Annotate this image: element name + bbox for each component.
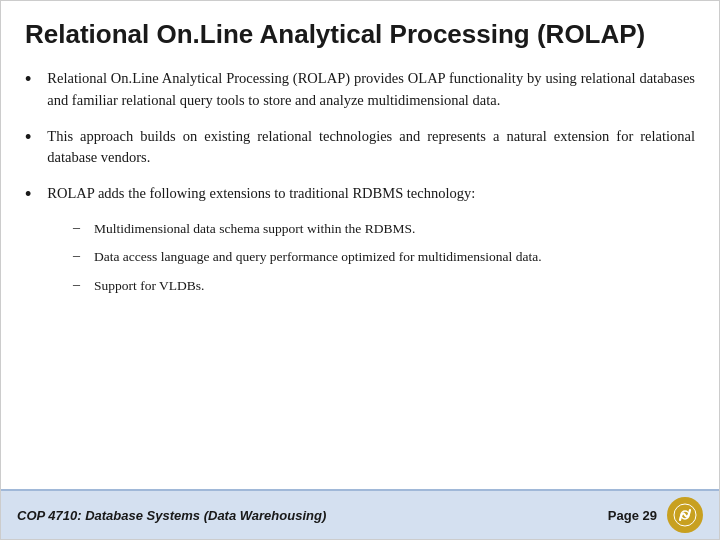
bullet-dot-1: • xyxy=(25,69,31,90)
sub-bullet-text-2: Data access language and query performan… xyxy=(94,247,542,267)
sub-bullet-item-3: – Support for VLDBs. xyxy=(73,276,695,296)
sub-bullet-item-2: – Data access language and query perform… xyxy=(73,247,695,267)
footer-logo xyxy=(667,497,703,533)
bullet-text-2: This approach builds on existing relatio… xyxy=(47,126,695,170)
bullet-text-3: ROLAP adds the following extensions to t… xyxy=(47,183,475,205)
slide-title: Relational On.Line Analytical Processing… xyxy=(25,19,695,50)
bullet-item-3: • ROLAP adds the following extensions to… xyxy=(25,183,695,205)
bullet-item-2: • This approach builds on existing relat… xyxy=(25,126,695,170)
sub-bullet-text-1: Multidimensional data schema support wit… xyxy=(94,219,415,239)
bullet-dot-3: • xyxy=(25,184,31,205)
slide-footer: COP 4710: Database Systems (Data Warehou… xyxy=(1,489,719,539)
sub-bullet-item-1: – Multidimensional data schema support w… xyxy=(73,219,695,239)
logo-icon xyxy=(672,502,698,528)
footer-course-info: COP 4710: Database Systems (Data Warehou… xyxy=(17,508,326,523)
footer-right-group: Page 29 xyxy=(608,497,703,533)
sub-bullet-text-3: Support for VLDBs. xyxy=(94,276,204,296)
bullet-item-1: • Relational On.Line Analytical Processi… xyxy=(25,68,695,112)
sub-bullet-dash-2: – xyxy=(73,248,80,264)
slide-container: Relational On.Line Analytical Processing… xyxy=(0,0,720,540)
sub-bullet-dash-1: – xyxy=(73,220,80,236)
slide-content: • Relational On.Line Analytical Processi… xyxy=(1,60,719,489)
sub-bullet-dash-3: – xyxy=(73,277,80,293)
slide-header: Relational On.Line Analytical Processing… xyxy=(1,1,719,60)
sub-bullets: – Multidimensional data schema support w… xyxy=(73,219,695,296)
bullet-dot-2: • xyxy=(25,127,31,148)
footer-page-number: Page 29 xyxy=(608,508,657,523)
bullet-text-1: Relational On.Line Analytical Processing… xyxy=(47,68,695,112)
